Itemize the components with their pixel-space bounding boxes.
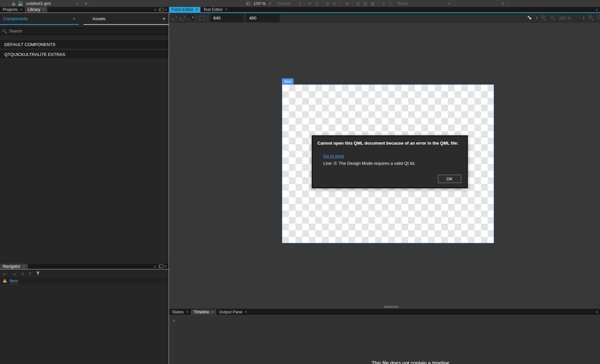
close-icon[interactable]: ×: [42, 7, 45, 12]
close-dock-icon[interactable]: ×: [165, 8, 167, 12]
float-dock-icon[interactable]: [159, 9, 162, 11]
zoom-fit-icon[interactable]: [597, 15, 600, 21]
close-icon[interactable]: ×: [186, 310, 188, 314]
separator: [196, 16, 197, 20]
move-up-icon[interactable]: ↑: [29, 271, 31, 276]
move-front-icon[interactable]: ⊞: [326, 0, 329, 7]
ruler-vertical-icon[interactable]: ▤: [363, 0, 367, 7]
zoom-spinner[interactable]: ▲▼: [269, 2, 271, 5]
close-icon[interactable]: ×: [225, 7, 227, 12]
titlebar: ‹ › untitled3.qml ▲▼ × ▶ 100 % ▲▼ Defaul…: [0, 0, 600, 7]
float-dock-icon[interactable]: [159, 265, 162, 268]
search-icon: [3, 29, 6, 32]
filter-icon[interactable]: [36, 272, 40, 275]
document-filename[interactable]: untitled3.qml: [26, 1, 51, 6]
pixel-grid-icon[interactable]: [528, 16, 532, 20]
timeline-empty-text: This file does not contain a timeline.: [325, 360, 497, 364]
subtab-assets[interactable]: Assets +: [83, 15, 169, 25]
tab-text-editor[interactable]: Text Editor ×: [200, 7, 230, 12]
chevron-down-icon[interactable]: ∨: [596, 310, 598, 314]
navigator-item-row[interactable]: ! Item: [0, 277, 169, 284]
item-selection-badge[interactable]: Item: [282, 78, 294, 84]
zoom-reset-icon[interactable]: ×: [588, 15, 594, 21]
warning-icon: !: [3, 279, 7, 283]
close-icon[interactable]: ×: [20, 7, 22, 12]
ok-button[interactable]: OK: [438, 175, 461, 183]
dock-tab-row: Projects × Library × ∨ × Form Editor × T…: [0, 7, 600, 13]
section-qtquickultralite-extras[interactable]: QTQUICKULTRALITE EXTRAS: [0, 50, 169, 59]
forward-icon[interactable]: ›: [7, 0, 9, 7]
tab-navigator[interactable]: Navigator ×: [0, 264, 28, 269]
add-assets-icon[interactable]: +: [162, 16, 165, 21]
show-bounding-rect-icon[interactable]: [199, 16, 205, 20]
library-panel: Components + Assets + DEFAULT COMPONENTS…: [0, 13, 169, 264]
document-selector-spinner[interactable]: ▲▼: [76, 2, 78, 5]
move-down-icon[interactable]: ↓: [22, 271, 24, 276]
move-back-icon[interactable]: ⊟: [333, 0, 336, 7]
canvas-width-field[interactable]: [210, 14, 244, 22]
shape-icon[interactable]: ◻: [389, 0, 392, 7]
close-icon[interactable]: ×: [211, 310, 214, 314]
zoom-out-icon[interactable]: −: [550, 15, 555, 21]
horizontal-scrollbar[interactable]: [384, 306, 399, 308]
editor-tabs: Form Editor × Text Editor × ∨: [169, 7, 600, 13]
separator: [454, 1, 454, 6]
grid-step-spinner[interactable]: ▲▼: [535, 16, 537, 20]
canvas-height-field[interactable]: [246, 14, 279, 22]
close-document-icon[interactable]: ×: [84, 1, 87, 6]
border-add-icon[interactable]: ⊠: [345, 0, 349, 7]
navigator-panel: Navigator × ∨ × ← → ↓ ↑ ! Item: [0, 264, 169, 364]
separator: [81, 1, 82, 6]
editor-zoom-value: 100 %: [559, 16, 571, 21]
move-right-icon[interactable]: →: [12, 271, 17, 276]
tab-form-editor[interactable]: Form Editor ×: [169, 7, 200, 12]
separator: [507, 1, 508, 6]
lock-icon[interactable]: [12, 2, 15, 6]
style-dropdown[interactable]: Default ▲▼: [277, 1, 301, 6]
zoom-in-icon[interactable]: +: [541, 15, 546, 21]
component-search: [0, 27, 169, 35]
separator: [352, 1, 353, 6]
qml-error-dialog: Cannot open this QML document because of…: [312, 135, 468, 188]
separator: [207, 16, 208, 20]
chevron-down-icon[interactable]: ∨: [154, 8, 156, 12]
zoom-spinner[interactable]: ▲▼: [583, 16, 585, 20]
section-default-components[interactable]: DEFAULT COMPONENTS: [0, 40, 169, 49]
border-icon[interactable]: □: [340, 0, 342, 7]
qml-file-icon: [18, 1, 23, 6]
chevron-down-icon[interactable]: ∨: [154, 265, 156, 268]
tab-projects[interactable]: Projects ×: [0, 7, 25, 12]
bottom-dock: States × Timeline × Output Pane × ∨ + Th…: [169, 309, 600, 364]
add-components-icon[interactable]: +: [73, 16, 76, 21]
dialog-title: Cannot open this QML document because of…: [317, 141, 462, 146]
back-icon[interactable]: ‹: [3, 0, 4, 7]
theme-dropdown[interactable]: Basic ▼: [398, 1, 451, 6]
snap-parent-icon[interactable]: ■: [188, 16, 194, 21]
zoom-indicator-icon[interactable]: ▶: [246, 1, 250, 6]
snap-anchors-icon[interactable]: A: [180, 16, 186, 21]
tab-output-pane[interactable]: Output Pane ×: [216, 309, 249, 315]
search-input[interactable]: [0, 27, 169, 35]
transform-icon[interactable]: ⇄: [308, 0, 312, 7]
navigator-item-label[interactable]: Item: [10, 278, 18, 283]
chevron-down-icon[interactable]: ∨: [596, 8, 598, 12]
tab-timeline[interactable]: Timeline ×: [191, 309, 216, 315]
separator: [322, 1, 322, 6]
dialog-message: Line: 0: The Design Mode requires a vali…: [323, 161, 467, 166]
close-icon[interactable]: ×: [23, 264, 25, 269]
kit-dropdown[interactable]: ▲▼: [458, 2, 504, 5]
frame-refresh-icon[interactable]: ⊡: [315, 0, 319, 7]
close-icon[interactable]: ×: [245, 310, 247, 314]
tab-library[interactable]: Library ×: [25, 7, 47, 12]
tab-states[interactable]: States ×: [169, 309, 191, 315]
move-left-icon[interactable]: ←: [2, 271, 7, 276]
no-snapping-icon[interactable]: ×: [172, 16, 177, 21]
close-icon[interactable]: ×: [195, 7, 198, 12]
subtab-components[interactable]: Components +: [0, 15, 79, 25]
close-dock-icon[interactable]: ×: [164, 264, 167, 269]
edit-off-icon[interactable]: ⊘: [382, 0, 385, 7]
ruler-horizontal-icon[interactable]: ▥: [356, 0, 360, 7]
add-timeline-icon[interactable]: +: [172, 318, 176, 324]
go-to-error-link[interactable]: Go to error: [323, 154, 344, 159]
grid-icon[interactable]: ▦: [371, 0, 375, 7]
